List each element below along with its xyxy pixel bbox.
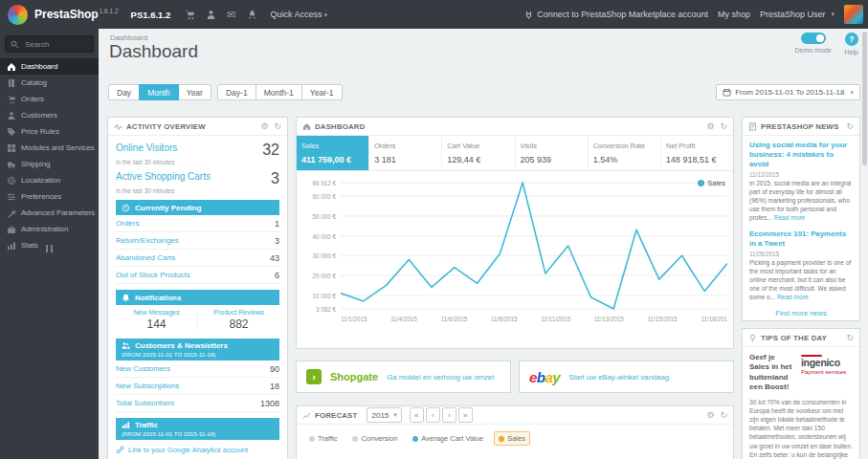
online-visitors-link[interactable]: Online Visitors: [116, 142, 262, 154]
search-input[interactable]: [23, 39, 88, 50]
sidebar-item-catalog[interactable]: Catalog: [0, 75, 99, 91]
refresh-icon[interactable]: ↻: [846, 334, 854, 342]
home-icon: [6, 62, 16, 72]
user-menu[interactable]: PrestaShop User▾: [760, 10, 835, 19]
first-year-button[interactable]: «: [410, 407, 424, 423]
gear-icon[interactable]: ⚙: [706, 122, 714, 131]
read-more-link[interactable]: Read more: [774, 214, 806, 221]
globe-icon: [6, 176, 16, 186]
pending-row: Abandoned Carts43: [116, 250, 279, 267]
user-avatar[interactable]: [844, 5, 863, 24]
sidebar-item-modules-and-services[interactable]: Modules and Services: [0, 140, 99, 156]
kpi-conversion-rate[interactable]: Conversion Rate1.54%: [589, 136, 661, 170]
forecast-year-select[interactable]: 2015▾: [367, 407, 401, 423]
panel-header: TIPS OF THE DAY ↻: [743, 329, 859, 347]
sidebar-item-preferences[interactable]: Preferences: [0, 188, 99, 205]
google-analytics-label: Link to your Google Analytics account: [128, 446, 248, 454]
sidebar-item-administration[interactable]: Administration: [0, 221, 99, 237]
article-title-link[interactable]: Ecommerce 101: Payments in a Tweet: [749, 230, 853, 249]
pending-returns-link[interactable]: Return/Exchanges: [116, 236, 179, 245]
traffic-header: Traffic (FROM 2015-11-01 TO 2015-11-18): [116, 418, 279, 440]
forecast-legend-traffic[interactable]: Traffic: [304, 431, 342, 446]
date-range-picker[interactable]: From 2015-11-01 To 2015-11-18 ▾: [716, 84, 860, 100]
ingenico-logo-subtext: Payment services: [801, 369, 853, 375]
panel-header: DASHBOARD ⚙ ↻: [297, 118, 733, 136]
gear-icon[interactable]: ⚙: [260, 122, 268, 131]
kpi-net-profit[interactable]: Net Profit148 918,51 €: [661, 136, 733, 170]
kpi-label: Visits: [521, 142, 583, 150]
quick-access-menu[interactable]: Quick Access▾: [271, 10, 328, 19]
forecast-legend-average-cart-value[interactable]: Average Cart Value: [408, 431, 488, 446]
sidebar-item-customers[interactable]: Customers: [0, 107, 99, 123]
next-year-button[interactable]: ›: [442, 407, 456, 423]
article-title-link[interactable]: Using social media for your business: 4 …: [749, 141, 853, 169]
person-icon: [6, 111, 16, 120]
google-analytics-link[interactable]: Link to your Google Analytics account: [116, 440, 279, 458]
refresh-icon[interactable]: ↻: [720, 122, 727, 131]
customers-row: Total Subscribers1308: [116, 395, 279, 412]
period-month-1-button[interactable]: Month-1: [256, 84, 302, 100]
kpi-orders[interactable]: Orders3 181: [369, 136, 442, 170]
panel-title: PRESTASHOP NEWS: [761, 122, 839, 131]
last-year-button[interactable]: »: [458, 407, 473, 423]
kpi-value: 3 181: [374, 155, 436, 164]
new-messages-cell[interactable]: New Messages 144: [116, 309, 197, 331]
forecast-legend-label: Conversion: [361, 434, 397, 443]
shop-name-link[interactable]: PS1.6.1.2: [131, 10, 171, 20]
scrollbar[interactable]: [861, 29, 868, 459]
kpi-sales[interactable]: Sales411 759,00 €: [297, 136, 369, 170]
sidebar-item-advanced-parameters[interactable]: Advanced Parameters: [0, 205, 99, 221]
pending-orders-link[interactable]: Orders: [116, 219, 139, 228]
marketplace-connect-link[interactable]: Connect to PrestaShop Marketplace accoun…: [524, 10, 708, 19]
out-of-stock-link[interactable]: Out of Stock Products: [116, 271, 190, 279]
customers-rows: New Customers90 New Subscriptions18 Tota…: [116, 361, 279, 412]
sidebar-item-label: Dashboard: [21, 62, 57, 71]
shopgate-link[interactable]: Ga mobiel en verhoog uw omzet: [387, 373, 494, 382]
prestashop-logo: [8, 5, 28, 25]
period-year-1-button[interactable]: Year-1: [301, 84, 343, 100]
abandoned-carts-link[interactable]: Abandoned Carts: [116, 253, 175, 262]
period-year-button[interactable]: Year: [178, 84, 211, 100]
period-group-current: Day Month Year: [108, 84, 211, 100]
customer-icon[interactable]: [206, 10, 216, 20]
find-more-news-link[interactable]: Find more news: [749, 309, 853, 317]
cart-icon[interactable]: [185, 10, 195, 20]
sidebar-item-dashboard[interactable]: Dashboard: [0, 58, 99, 75]
my-shop-link[interactable]: My shop: [718, 10, 750, 19]
new-customers-link[interactable]: New Customers: [116, 364, 170, 373]
forecast-legend-conversion[interactable]: Conversion: [347, 431, 402, 446]
kpi-visits[interactable]: Visits205 939: [516, 136, 589, 170]
total-subscribers-link[interactable]: Total Subscribers: [116, 399, 174, 407]
help-icon[interactable]: ?: [845, 33, 858, 46]
refresh-icon[interactable]: ↻: [720, 411, 727, 420]
read-more-link[interactable]: Read more: [777, 294, 809, 300]
ebay-link[interactable]: Start uw eBay-winkel vandaag: [568, 373, 669, 382]
sidebar-item-localization[interactable]: Localization: [0, 172, 99, 188]
period-day-button[interactable]: Day: [108, 84, 140, 100]
chart-legend[interactable]: Sales: [698, 179, 725, 187]
ebay-letter: y: [552, 369, 560, 385]
messages-icon[interactable]: ✉: [227, 10, 235, 20]
active-carts-link[interactable]: Active Shopping Carts: [116, 171, 271, 183]
collapse-sidebar-button[interactable]: [0, 245, 99, 252]
forecast-legend-sales[interactable]: Sales: [494, 431, 530, 446]
rocket-icon[interactable]: [247, 10, 257, 20]
kpi-cart-value[interactable]: Cart Value129,44 €: [442, 136, 515, 170]
refresh-icon[interactable]: ↻: [846, 122, 854, 131]
product-reviews-value: 882: [198, 317, 279, 331]
period-day-1-button[interactable]: Day-1: [217, 84, 256, 100]
sidebar-item-price-rules[interactable]: Price Rules: [0, 123, 99, 140]
product-reviews-cell[interactable]: Product Reviews 882: [197, 309, 279, 331]
sidebar-search[interactable]: [5, 35, 94, 53]
refresh-icon[interactable]: ↻: [274, 122, 281, 131]
scrollbar-thumb[interactable]: [862, 32, 867, 165]
previous-year-button[interactable]: ‹: [426, 407, 440, 423]
legend-label: Sales: [707, 179, 725, 187]
gear-icon[interactable]: ⚙: [706, 411, 714, 420]
new-subscriptions-link[interactable]: New Subscriptions: [116, 382, 179, 390]
right-column: PRESTASHOP NEWS ↻ Using social media for…: [742, 117, 860, 459]
sidebar-item-shipping[interactable]: Shipping: [0, 156, 99, 172]
demo-mode-toggle[interactable]: [801, 33, 826, 44]
sidebar-item-orders[interactable]: Orders: [0, 91, 99, 107]
period-month-button[interactable]: Month: [139, 84, 179, 100]
